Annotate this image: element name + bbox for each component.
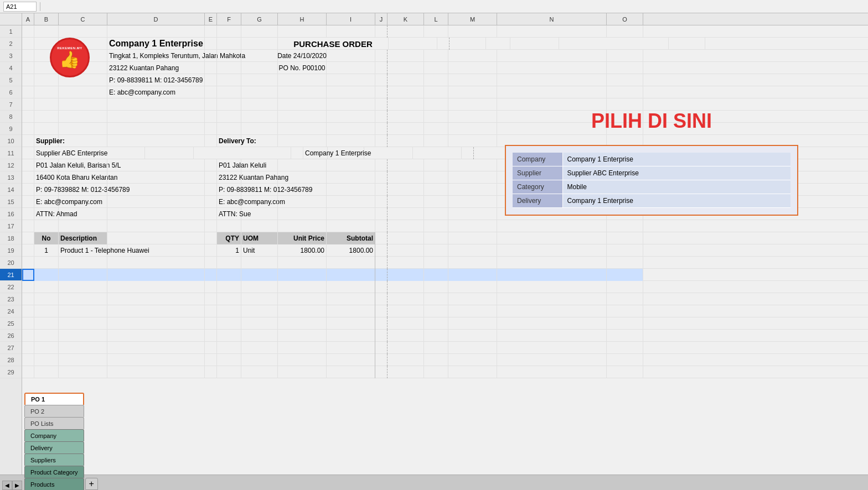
cell-H11[interactable]	[364, 147, 413, 159]
cell-C16[interactable]	[59, 208, 107, 220]
row-16[interactable]: 16	[0, 208, 22, 220]
row-12[interactable]: 12	[0, 159, 22, 171]
cell-L18[interactable]	[424, 232, 448, 244]
cell-N20[interactable]	[497, 257, 607, 269]
cell-B8[interactable]	[34, 111, 59, 123]
cell-J16[interactable]	[375, 208, 388, 220]
row-2[interactable]: 2	[0, 38, 22, 50]
cell-M3[interactable]	[448, 50, 497, 62]
cell-G1[interactable]	[241, 25, 278, 38]
cell-E21[interactable]	[205, 269, 217, 281]
cell-J17[interactable]	[375, 220, 388, 232]
cell-G3[interactable]	[241, 50, 278, 62]
cell-M2[interactable]	[510, 38, 559, 50]
cell-E4[interactable]	[205, 62, 217, 74]
cell-E11[interactable]	[291, 147, 303, 159]
cell-M8[interactable]	[448, 111, 497, 123]
cell-B17[interactable]	[34, 220, 59, 232]
cell-D6-email[interactable]: E: abc@company.com	[107, 86, 205, 98]
cell-H16[interactable]	[278, 208, 327, 220]
cell-B21[interactable]	[34, 269, 59, 281]
tab-prev-button[interactable]: ◀	[2, 481, 12, 490]
cell-F4[interactable]	[217, 62, 241, 74]
cell-H20[interactable]	[278, 257, 327, 269]
cell-F5[interactable]	[217, 74, 241, 86]
cell-J20[interactable]	[375, 257, 388, 269]
cell-H19-item-price[interactable]: 1800.00	[278, 244, 327, 257]
cell-D2-company-name[interactable]: Company 1 Enterprise	[107, 38, 205, 50]
cell-D1[interactable]	[107, 25, 205, 38]
cell-K10[interactable]	[388, 135, 424, 147]
cell-A7[interactable]	[22, 98, 34, 111]
cell-M17[interactable]	[448, 220, 497, 232]
cell-G6[interactable]	[241, 86, 278, 98]
cell-G21[interactable]	[241, 269, 278, 281]
cell-L19[interactable]	[424, 244, 448, 257]
cell-M6[interactable]	[448, 86, 497, 98]
cell-A1[interactable]	[22, 25, 34, 38]
cell-N2[interactable]	[559, 38, 669, 50]
row-23[interactable]: 23	[0, 293, 22, 305]
cell-N1[interactable]	[497, 25, 607, 38]
cell-D7[interactable]	[107, 98, 205, 111]
cell-I2[interactable]	[389, 38, 437, 50]
cell-B7[interactable]	[34, 98, 59, 111]
cell-N3[interactable]	[497, 50, 607, 62]
row-20[interactable]: 20	[0, 257, 22, 269]
cell-M4[interactable]	[448, 62, 497, 74]
cell-B20[interactable]	[34, 257, 59, 269]
cell-G12[interactable]	[241, 159, 278, 171]
cell-N21[interactable]	[497, 269, 607, 281]
cell-F9[interactable]	[217, 123, 241, 135]
cell-L20[interactable]	[424, 257, 448, 269]
cell-K2[interactable]	[450, 38, 486, 50]
cell-C9[interactable]	[59, 123, 107, 135]
cell-L15[interactable]	[424, 196, 448, 208]
cell-N5[interactable]	[497, 74, 607, 86]
cell-J18[interactable]	[375, 232, 388, 244]
cell-G9[interactable]	[241, 123, 278, 135]
cell-K7[interactable]	[388, 98, 424, 111]
cell-A8[interactable]	[22, 111, 34, 123]
cell-E2[interactable]	[205, 38, 217, 50]
cell-A16[interactable]	[22, 208, 34, 220]
cell-A14[interactable]	[22, 184, 34, 196]
cell-B11-supplier-name[interactable]: Supplier ABC Enterprise	[34, 147, 145, 159]
cell-G10[interactable]	[241, 135, 278, 147]
cell-L16[interactable]	[424, 208, 448, 220]
cell-J21[interactable]	[375, 269, 388, 281]
cell-H10[interactable]	[278, 135, 327, 147]
tab-products[interactable]: Products	[24, 478, 84, 490]
cell-H17[interactable]	[278, 220, 327, 232]
cell-H1[interactable]	[278, 25, 327, 38]
row-22[interactable]: 22	[0, 281, 22, 293]
cell-O4[interactable]	[607, 62, 643, 74]
cell-F2[interactable]	[217, 38, 241, 50]
cell-A15[interactable]	[22, 196, 34, 208]
cell-K19[interactable]	[388, 244, 424, 257]
cell-L6[interactable]	[424, 86, 448, 98]
col-header-F[interactable]: F	[217, 13, 241, 25]
cell-F13-delivery-addr2[interactable]: 23122 Kuantan Pahang	[217, 171, 241, 184]
cell-N7[interactable]	[497, 98, 607, 111]
cell-L5[interactable]	[424, 74, 448, 86]
cell-M13[interactable]	[448, 171, 497, 184]
cell-E7[interactable]	[205, 98, 217, 111]
cell-E18[interactable]	[205, 232, 217, 244]
cell-L1[interactable]	[424, 25, 448, 38]
cell-O7[interactable]	[607, 98, 643, 111]
cell-J4[interactable]	[375, 62, 388, 74]
col-header-D[interactable]: D	[107, 13, 205, 25]
cell-E13[interactable]	[205, 171, 217, 184]
cell-A17[interactable]	[22, 220, 34, 232]
cell-C20[interactable]	[59, 257, 107, 269]
col-header-B[interactable]: B	[34, 13, 59, 25]
cell-M14[interactable]	[448, 184, 497, 196]
cell-L10[interactable]	[424, 135, 448, 147]
cell-N6[interactable]	[497, 86, 607, 98]
row-28[interactable]: 28	[0, 354, 22, 366]
formula-input[interactable]	[44, 3, 865, 11]
col-header-J[interactable]: J	[375, 13, 388, 25]
cell-L14[interactable]	[424, 184, 448, 196]
cell-E9[interactable]	[205, 123, 217, 135]
